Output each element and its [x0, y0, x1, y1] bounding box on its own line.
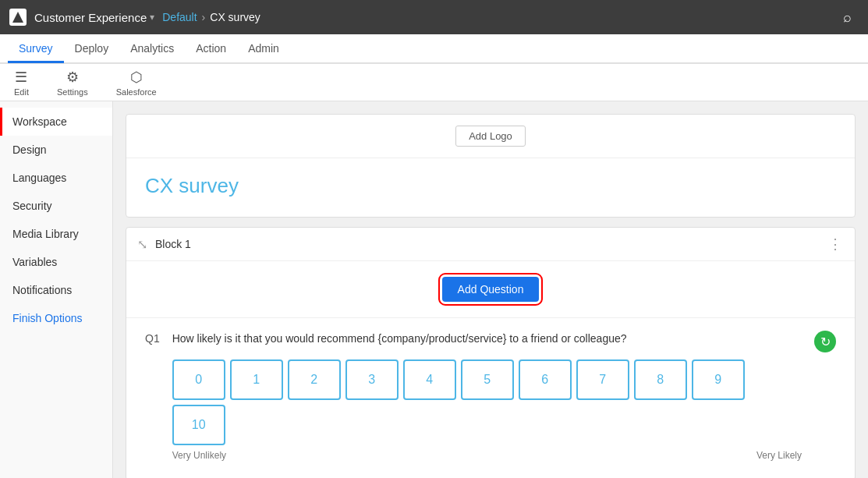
sidebar-item-variables[interactable]: Variables: [0, 248, 112, 276]
main-layout: Workspace Design Languages Security Medi…: [0, 101, 868, 478]
question-right: ↻: [814, 331, 836, 352]
toolbar: ☰ Edit ⚙ Settings ⬡ Salesforce: [0, 64, 868, 101]
salesforce-icon: ⬡: [130, 69, 143, 86]
nav-item-analytics[interactable]: Analytics: [119, 36, 185, 63]
nav-item-admin[interactable]: Admin: [237, 36, 290, 63]
nps-item-7[interactable]: 7: [576, 359, 629, 400]
app-logo: [9, 9, 27, 26]
breadcrumb-sep: ›: [202, 11, 206, 23]
question-text: How likely is it that you would recommen…: [172, 331, 802, 347]
survey-header-card: Add Logo CX survey: [126, 114, 856, 218]
sidebar-item-workspace[interactable]: Workspace: [0, 108, 112, 136]
app-name-label: Customer Experience: [34, 11, 147, 24]
sidebar-item-design[interactable]: Design: [0, 136, 112, 164]
settings-label: Settings: [57, 87, 88, 97]
settings-icon: ⚙: [66, 69, 79, 86]
breadcrumb-current: CX survey: [210, 11, 260, 23]
nps-item-0[interactable]: 0: [172, 359, 225, 400]
sidebar-item-security[interactable]: Security: [0, 192, 112, 220]
salesforce-label: Salesforce: [116, 87, 157, 97]
nav-item-survey[interactable]: Survey: [8, 36, 64, 63]
nps-label-max: Very Likely: [756, 450, 802, 461]
edit-icon: ☰: [15, 69, 27, 86]
salesforce-button[interactable]: ⬡ Salesforce: [110, 66, 163, 100]
add-logo-button[interactable]: Add Logo: [455, 126, 526, 147]
nps-item-1[interactable]: 1: [230, 359, 283, 400]
nps-item-10[interactable]: 10: [172, 405, 225, 445]
nps-labels: Very Unlikely Very Likely: [172, 450, 802, 461]
sidebar: Workspace Design Languages Security Medi…: [0, 101, 113, 478]
sidebar-item-media-library[interactable]: Media Library: [0, 220, 112, 248]
edit-label: Edit: [14, 87, 29, 97]
block-header-left: ⤡ Block 1: [137, 237, 191, 252]
sidebar-item-languages[interactable]: Languages: [0, 164, 112, 192]
nps-item-6[interactable]: 6: [519, 359, 572, 400]
content-area: Add Logo CX survey ⤡ Block 1 ⋮ Add Quest…: [113, 101, 868, 478]
topbar: Customer Experience ▾ Default › CX surve…: [0, 0, 868, 34]
question-number: Q1: [145, 332, 160, 345]
block-container: ⤡ Block 1 ⋮ Add Question Q1 How likely i…: [126, 227, 856, 478]
sidebar-item-finish-options[interactable]: Finish Options: [0, 304, 112, 332]
nps-item-2[interactable]: 2: [288, 359, 341, 400]
add-question-area: Add Question: [126, 261, 855, 317]
settings-button[interactable]: ⚙ Settings: [51, 66, 94, 100]
block-header: ⤡ Block 1 ⋮: [126, 228, 855, 261]
nps-scale: 012345678910: [172, 359, 802, 445]
breadcrumb-default[interactable]: Default: [162, 11, 197, 23]
sidebar-item-notifications[interactable]: Notifications: [0, 276, 112, 304]
nps-item-8[interactable]: 8: [634, 359, 687, 400]
question-body: How likely is it that you would recommen…: [172, 331, 802, 461]
logo-icon: [12, 12, 23, 23]
logo-area: Add Logo: [126, 115, 855, 158]
question-row: Q1 How likely is it that you would recom…: [145, 331, 836, 461]
question-area: Q1 How likely is it that you would recom…: [126, 317, 855, 478]
app-chevron-icon: ▾: [150, 12, 154, 23]
collapse-icon[interactable]: ⤡: [137, 237, 147, 252]
app-name[interactable]: Customer Experience ▾: [34, 11, 154, 24]
nps-item-4[interactable]: 4: [403, 359, 456, 400]
nps-item-5[interactable]: 5: [461, 359, 514, 400]
add-question-button[interactable]: Add Question: [442, 277, 540, 302]
nav-item-action[interactable]: Action: [185, 36, 237, 63]
nav-item-deploy[interactable]: Deploy: [64, 36, 120, 63]
block-menu-icon[interactable]: ⋮: [828, 235, 844, 253]
refresh-icon[interactable]: ↻: [814, 331, 836, 352]
survey-title: CX survey: [126, 158, 855, 217]
nps-item-9[interactable]: 9: [692, 359, 745, 400]
nps-item-3[interactable]: 3: [345, 359, 399, 400]
navbar: Survey Deploy Analytics Action Admin: [0, 34, 868, 64]
block-title: Block 1: [155, 238, 191, 250]
topbar-left: Customer Experience ▾ Default › CX surve…: [9, 9, 260, 26]
edit-button[interactable]: ☰ Edit: [8, 66, 35, 100]
search-button[interactable]: ⌕: [835, 5, 859, 29]
nps-label-min: Very Unlikely: [172, 450, 226, 461]
breadcrumb: Default › CX survey: [162, 11, 260, 23]
